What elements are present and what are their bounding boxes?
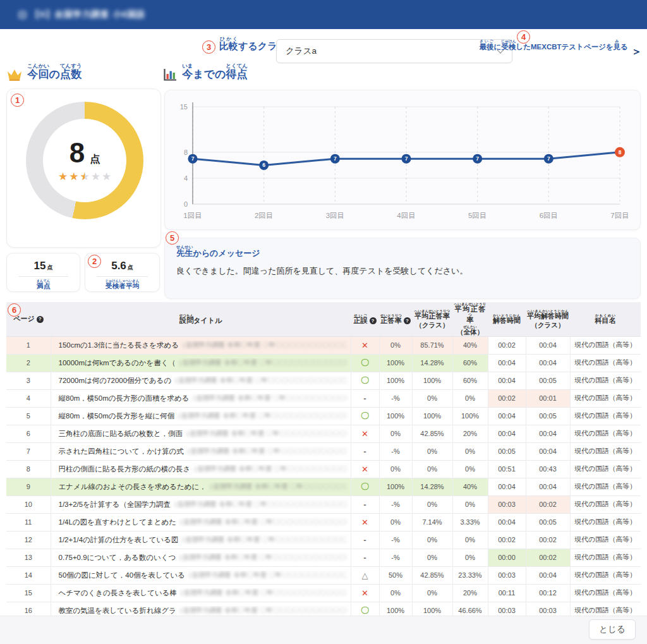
annotation-marker-4: 4 [517,30,530,44]
table-row: 13 0.75+0.9について，ある数のいくつ （全国学力調査 令和〇年度 〇年… [6,549,641,566]
question-title-redacted: （全国学力調査 令和〇年度 〇年〇〇〇〇〇〇〇〇〇〇〇〇〇〇〇〇〇〇〇〇 [171,500,347,509]
class-average-rate-cell: 0% [412,495,452,513]
question-title-cell: 1/3+2/5を計算する（全国学力調査 （全国学力調査 令和〇年度 〇年〇〇〇〇… [51,495,351,513]
answer-time-cell: 00:03 [488,495,526,513]
correctness-mark: - [351,442,379,460]
table-row: 3 72000mは何の72000個分であるの （全国学力調査 令和〇年度 〇年〇… [6,372,641,389]
table-row: 14 50個の図に対して，40個を表している （全国学力調査 令和〇年度 〇年〇… [6,566,641,584]
score-donut-center: 8 点 ★★★★★★ [43,119,126,202]
y-tick-label: 4 [184,174,188,182]
x-tick-label: 7回目 [610,212,629,219]
chart-point-label: 7 [191,155,195,162]
page-number-cell: 5 [6,407,51,425]
app-bar-title-group: 【6】全国学力調査 小6国語 [19,9,145,20]
correct-rate-cell: 100% [379,372,412,389]
correct-rate-cell: 0% [379,336,412,354]
class-average-time-cell: 00:05 [526,513,570,531]
examinee-average-card: 2 5.6点 受検者平均じゅけんしゃへいきん [85,253,160,292]
question-title-text: 0.75+0.9について，ある数のいくつ [59,553,176,562]
question-title-text: 72000mは何の72000個分であるの [59,376,172,386]
class-average-rate-cell: 42.85% [412,425,452,442]
average-label: 受検者平均じゅけんしゃへいきん [85,279,159,291]
question-title-redacted: （全国学力調査 令和〇年度 〇年〇〇〇〇〇〇〇〇〇〇〇〇〇〇〇〇〇〇〇〇 [183,429,346,438]
overall-average-rate-cell: 0% [452,549,488,566]
question-title-cell: 三角柱の底面に貼る紙の枚数と，側面 （全国学力調査 令和〇年度 〇年〇〇〇〇〇〇… [51,425,351,442]
help-icon[interactable]: ? [37,316,44,323]
chart-point-label: 7 [476,155,479,162]
answer-time-cell: 00:04 [488,513,526,531]
table-row: 10 1/3+2/5を計算する（全国学力調査 （全国学力調査 令和〇年度 〇年〇… [6,495,641,513]
page-number-cell: 3 [6,372,51,389]
class-average-rate-cell: 0% [412,389,452,407]
help-icon[interactable]: ? [404,317,411,324]
correct-rate-cell: 100% [379,478,412,495]
full-mark-value: 15 [34,260,46,272]
question-title-redacted: （全国学力調査 令和〇年度 〇年〇〇〇〇〇〇〇〇〇〇〇〇〇〇〇〇〇〇〇〇 [176,606,347,615]
current-score-card: 1 8 点 ★★★★★★ [6,88,161,248]
correct-rate-cell: 50% [379,566,412,584]
close-button[interactable]: とじる [589,619,636,640]
overall-average-rate-cell: 100% [452,407,488,425]
full-mark-card: 15点 満点まんてん [6,253,80,292]
question-title-text: 1/3+2/5を計算する（全国学力調査 [59,500,171,509]
question-title-redacted: （全国学力調査 令和〇年度 〇年〇〇〇〇〇〇〇〇〇〇〇〇〇〇〇〇〇〇〇〇 [171,376,346,385]
table-row: 9 エナメル線のおよその長さを求めるために， （全国学力調査 令和〇年度 〇年〇… [6,478,641,495]
results-table-body: 1 150cmの1.3倍に当たる長さを求める （全国学力調査 令和〇年度 〇年〇… [6,336,641,619]
question-title-cell: 0.75+0.9について，ある数のいくつ （全国学力調査 令和〇年度 〇年〇〇〇… [51,549,351,566]
correctness-mark: ✕ [351,336,379,354]
y-tick-label: 0 [184,200,188,208]
correctness-mark: - [351,495,379,513]
subject-name-cell: 現代の国語（高等） [570,425,641,442]
overall-average-rate-cell: 20% [452,584,488,602]
score-history-card: 048151回目2回目3回目4回目5回目6回目7回目7677778 [164,90,641,230]
teacher-message-body: 良くできました。間違った箇所を見直して、再度テストを受験してください。 [176,265,629,277]
window-icon [19,11,26,18]
class-select[interactable]: クラスa [276,39,512,63]
app-bar: 【6】全国学力調査 小6国語 [0,0,647,29]
overall-average-rate-cell: 60% [452,354,488,372]
subject-name-cell: 現代の国語（高等） [570,584,641,602]
col-time: 解答時間かいとうじかん [488,302,526,336]
answer-time-cell: 00:02 [488,531,526,549]
x-tick-label: 5回目 [468,212,487,219]
overall-average-rate-cell: 23.33% [452,566,488,584]
correct-rate-cell: -% [379,531,412,549]
subject-name-cell: 現代の国語（高等） [570,389,641,407]
average-unit: 点 [128,264,133,270]
current-score-section-title: 今回こんかいの点数てんすう [6,63,82,82]
class-average-rate-cell: 100% [412,372,452,389]
answer-time-cell: 00:51 [488,460,526,478]
question-title-text: 150cmの1.3倍に当たる長さを求める [59,341,179,350]
crown-icon [6,69,23,82]
question-title-text: 三角柱の底面に貼る紙の枚数と，側面 [59,429,183,439]
correctness-mark: ✕ [351,460,379,478]
chart-point-label: 6 [262,162,265,168]
correct-rate-cell: 0% [379,460,412,478]
question-title-cell: 円柱の側面に貼る長方形の紙の横の長さ （全国学力調査 令和〇年度 〇年〇〇〇〇〇… [51,460,351,478]
annotation-marker-5: 5 [166,231,179,245]
class-average-rate-cell: 0% [412,460,452,478]
class-average-rate-cell: 0% [412,531,452,549]
question-title-cell: 72000mは何の72000個分であるの （全国学力調査 令和〇年度 〇年〇〇〇… [51,372,351,389]
correct-rate-cell: 0% [379,513,412,531]
class-average-time-cell: 00:12 [526,584,570,602]
y-tick-label: 15 [180,103,188,111]
correct-rate-cell: -% [379,389,412,407]
class-average-time-cell: 00:43 [526,460,570,478]
mexcbt-test-page-link[interactable]: 最後さいごに受検じゅけんしたMEXCBTテストページを見みる [479,39,628,52]
class-average-time-cell: 00:04 [526,425,570,442]
correct-rate-cell: -% [379,495,412,513]
full-mark-unit: 点 [47,264,52,270]
correctness-mark: ✕ [351,584,379,602]
subject-name-cell: 現代の国語（高等） [570,495,641,513]
overall-average-rate-cell: 60% [452,372,488,389]
question-title-text: 1/4Lの図を直すわけとしてまとめた [59,518,177,527]
table-row: 2 10000mは何kmであるのかを書く（ （全国学力調査 令和〇年度 〇年〇〇… [6,354,641,372]
x-tick-label: 6回目 [540,212,558,219]
help-icon[interactable]: ? [370,317,377,324]
overall-average-rate-cell: 20% [452,425,488,442]
correct-rate-cell: 100% [379,407,412,425]
subject-name-cell: 現代の国語（高等） [570,531,641,549]
col-overall_rate: 平均正答率へいきんせいとうりつ（全体ぜんたい） [452,302,488,336]
teacher-message-title: 先生せんせいからのメッセージ [176,245,629,259]
